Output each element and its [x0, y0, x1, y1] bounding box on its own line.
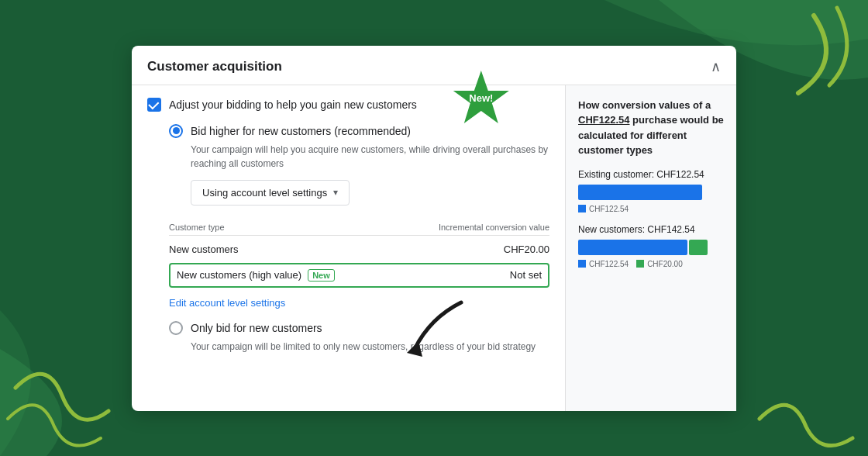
highlighted-row-left: New customers (high value) New: [177, 269, 335, 282]
new-legend-blue-label: CHF122.54: [589, 260, 629, 268]
collapse-icon[interactable]: ∧: [711, 58, 721, 75]
adjust-bidding-label: Adjust your bidding to help you gain new…: [169, 98, 417, 111]
existing-customer-label: Existing customer: CHF122.54: [578, 169, 724, 180]
new-bar-container: [578, 240, 724, 255]
col-conversion-value: Incremental conversion value: [439, 223, 549, 232]
title-amount: CHF122.54: [578, 114, 629, 126]
new-bar-blue: [578, 240, 687, 255]
svg-text:New!: New!: [469, 92, 493, 104]
adjust-bidding-checkbox[interactable]: [147, 98, 161, 112]
row1-value: CHF20.00: [504, 244, 549, 255]
customer-acquisition-card: New! Customer acquisition ∧ Adjust your …: [132, 46, 736, 411]
new-chart-legend: CHF122.54 CHF20.00: [578, 260, 724, 268]
right-panel: How conversion values of a CHF122.54 pur…: [566, 85, 736, 411]
card-header: Customer acquisition ∧: [132, 46, 736, 85]
edit-account-link[interactable]: Edit account level settings: [169, 297, 549, 309]
new-legend-blue-item: CHF122.54: [578, 260, 629, 268]
legend-dot-blue-existing: [578, 205, 586, 212]
bid-higher-section: Bid higher for new customers (recommende…: [169, 124, 549, 309]
col-customer-type: Customer type: [169, 223, 225, 232]
new-customers-chart: New customers: CHF142.54 CHF122.54 CHF20…: [578, 224, 724, 268]
card-title: Customer acquisition: [147, 59, 282, 74]
existing-chart-legend: CHF122.54: [578, 205, 724, 213]
existing-customer-chart: Existing customer: CHF122.54 CHF122.54: [578, 169, 724, 213]
new-row-badge: New: [308, 269, 335, 282]
row2-label: New customers (high value): [177, 269, 301, 281]
only-bid-radio[interactable]: [169, 321, 183, 335]
new-bar-green: [689, 240, 708, 255]
existing-bar-blue: [578, 185, 702, 200]
only-bid-desc: Your campaign will be limited to only ne…: [191, 340, 549, 354]
existing-legend-blue: CHF122.54: [578, 205, 629, 213]
table-header: Customer type Incremental conversion val…: [169, 219, 549, 236]
new-legend-green-label: CHF20.00: [647, 260, 683, 268]
legend-dot-blue-new: [578, 260, 586, 268]
bid-higher-radio-inner: [173, 127, 180, 134]
new-legend-green-item: CHF20.00: [636, 260, 683, 268]
bid-higher-radio[interactable]: [169, 124, 183, 138]
table-row-new-customers: New customers CHF20.00: [169, 239, 549, 260]
bid-higher-label: Bid higher for new customers (recommende…: [191, 125, 411, 137]
new-badge-star: New!: [452, 69, 511, 128]
table-row-high-value: New customers (high value) New Not set: [169, 263, 549, 288]
only-bid-label: Only bid for new customers: [191, 322, 322, 334]
title-prefix: How conversion values of a: [578, 99, 711, 111]
conversion-table: Customer type Incremental conversion val…: [169, 219, 549, 288]
card-body: Adjust your bidding to help you gain new…: [132, 85, 736, 411]
account-settings-dropdown[interactable]: Using account level settings ▾: [191, 180, 350, 206]
existing-bar-container: [578, 185, 724, 200]
right-panel-title: How conversion values of a CHF122.54 pur…: [578, 98, 724, 158]
dropdown-label: Using account level settings: [202, 187, 327, 199]
row1-label: New customers: [169, 244, 239, 255]
existing-legend-blue-label: CHF122.54: [589, 205, 629, 213]
row2-value: Not set: [510, 269, 542, 281]
new-customers-label: New customers: CHF142.54: [578, 224, 724, 235]
left-panel: Adjust your bidding to help you gain new…: [132, 85, 566, 411]
dropdown-arrow-icon: ▾: [333, 187, 338, 198]
only-bid-section: Only bid for new customers Your campaign…: [169, 321, 549, 354]
only-bid-radio-row: Only bid for new customers: [169, 321, 549, 335]
bid-higher-desc: Your campaign will help you acquire new …: [191, 143, 549, 171]
legend-dot-green-new: [636, 260, 644, 268]
